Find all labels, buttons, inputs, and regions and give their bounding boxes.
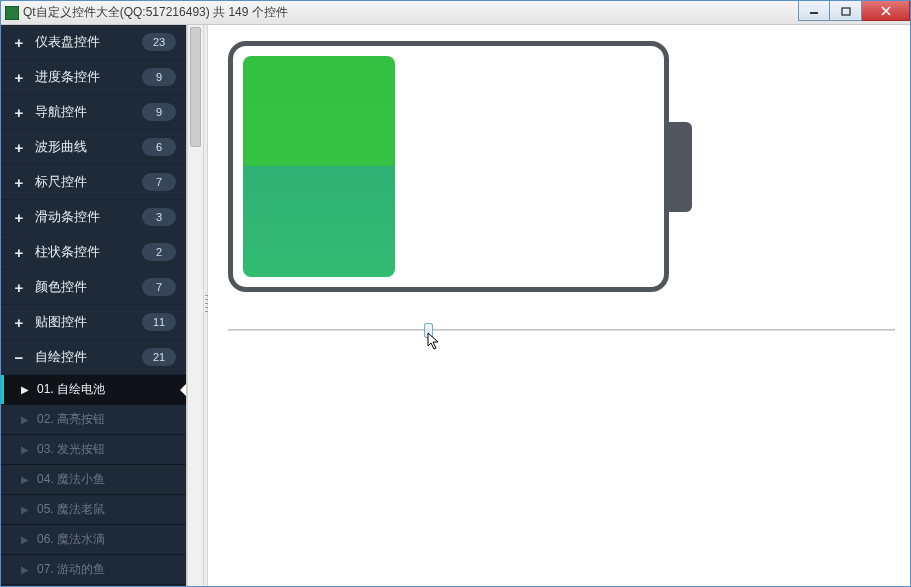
count-badge: 6: [142, 138, 176, 156]
battery-slider[interactable]: [228, 323, 895, 337]
caret-icon: ▶: [21, 504, 31, 515]
sidebar-cat-2[interactable]: +导航控件9: [1, 95, 186, 130]
sidebar-cat-3[interactable]: +波形曲线6: [1, 130, 186, 165]
expand-icon: +: [11, 244, 27, 261]
sidebar-cat-label: 滑动条控件: [35, 208, 142, 226]
battery-widget: [228, 41, 669, 292]
sidebar-cat-1[interactable]: +进度条控件9: [1, 60, 186, 95]
caret-icon: ▶: [21, 444, 31, 455]
svg-rect-1: [842, 8, 850, 15]
sidebar-item-label: 05. 魔法老鼠: [37, 501, 105, 518]
sidebar-cat-label: 进度条控件: [35, 68, 142, 86]
sidebar-cat-label: 贴图控件: [35, 313, 142, 331]
sidebar-item-6[interactable]: ▶07. 游动的鱼: [1, 555, 186, 585]
sidebar-cat-label: 标尺控件: [35, 173, 142, 191]
sidebar-item-label: 04. 魔法小鱼: [37, 471, 105, 488]
window-title: Qt自定义控件大全(QQ:517216493) 共 149 个控件: [23, 4, 288, 21]
collapse-icon: −: [11, 349, 27, 366]
battery-fill: [243, 56, 395, 277]
maximize-button[interactable]: [830, 1, 862, 21]
sidebar-cat-label: 柱状条控件: [35, 243, 142, 261]
count-badge: 7: [142, 278, 176, 296]
battery-body: [228, 41, 669, 292]
minimize-icon: [809, 6, 819, 16]
slider-thumb[interactable]: [424, 323, 433, 338]
battery-cap: [664, 122, 692, 212]
caret-icon: ▶: [21, 474, 31, 485]
sidebar-cat-9[interactable]: −自绘控件21: [1, 340, 186, 375]
caret-icon: ▶: [21, 534, 31, 545]
count-badge: 23: [142, 33, 176, 51]
sidebar-cat-6[interactable]: +柱状条控件2: [1, 235, 186, 270]
titlebar[interactable]: Qt自定义控件大全(QQ:517216493) 共 149 个控件: [1, 1, 910, 25]
sidebar-cat-label: 波形曲线: [35, 138, 142, 156]
caret-icon: ▶: [21, 564, 31, 575]
sidebar-scrollbar[interactable]: [187, 25, 203, 586]
expand-icon: +: [11, 34, 27, 51]
sidebar-cat-label: 仪表盘控件: [35, 33, 142, 51]
sidebar-item-3[interactable]: ▶04. 魔法小鱼: [1, 465, 186, 495]
sidebar-cat-label: 导航控件: [35, 103, 142, 121]
sidebar: +仪表盘控件23 +进度条控件9 +导航控件9 +波形曲线6 +标尺控件7 +滑…: [1, 25, 187, 586]
sidebar-cat-0[interactable]: +仪表盘控件23: [1, 25, 186, 60]
sidebar-item-2[interactable]: ▶03. 发光按钮: [1, 435, 186, 465]
sidebar-item-label: 02. 高亮按钮: [37, 411, 105, 428]
sidebar-item-5[interactable]: ▶06. 魔法水滴: [1, 525, 186, 555]
expand-icon: +: [11, 174, 27, 191]
expand-icon: +: [11, 69, 27, 86]
sidebar-item-label: 07. 游动的鱼: [37, 561, 105, 578]
sidebar-cat-label: 颜色控件: [35, 278, 142, 296]
app-icon: [5, 6, 19, 20]
sidebar-cat-4[interactable]: +标尺控件7: [1, 165, 186, 200]
slider-track: [228, 329, 895, 331]
minimize-button[interactable]: [798, 1, 830, 21]
client-area: +仪表盘控件23 +进度条控件9 +导航控件9 +波形曲线6 +标尺控件7 +滑…: [1, 25, 910, 586]
sidebar-item-4[interactable]: ▶05. 魔法老鼠: [1, 495, 186, 525]
count-badge: 9: [142, 103, 176, 121]
caret-icon: ▶: [21, 384, 31, 395]
sidebar-cat-label: 自绘控件: [35, 348, 142, 366]
sidebar-cat-5[interactable]: +滑动条控件3: [1, 200, 186, 235]
close-icon: [880, 6, 892, 16]
scrollbar-thumb[interactable]: [190, 27, 201, 147]
count-badge: 7: [142, 173, 176, 191]
sidebar-cat-8[interactable]: +贴图控件11: [1, 305, 186, 340]
expand-icon: +: [11, 104, 27, 121]
app-window: Qt自定义控件大全(QQ:517216493) 共 149 个控件 +仪表盘控件…: [0, 0, 911, 587]
expand-icon: +: [11, 314, 27, 331]
sidebar-item-label: 03. 发光按钮: [37, 441, 105, 458]
count-badge: 9: [142, 68, 176, 86]
count-badge: 11: [142, 313, 176, 331]
expand-icon: +: [11, 139, 27, 156]
content-pane: [208, 25, 910, 586]
close-button[interactable]: [862, 1, 910, 21]
sidebar-cat-7[interactable]: +颜色控件7: [1, 270, 186, 305]
caret-icon: ▶: [21, 414, 31, 425]
count-badge: 3: [142, 208, 176, 226]
count-badge: 21: [142, 348, 176, 366]
sidebar-item-label: 06. 魔法水滴: [37, 531, 105, 548]
sidebar-item-label: 01. 自绘电池: [37, 381, 105, 398]
window-controls: [798, 1, 910, 21]
count-badge: 2: [142, 243, 176, 261]
maximize-icon: [841, 6, 851, 16]
sidebar-item-1[interactable]: ▶02. 高亮按钮: [1, 405, 186, 435]
expand-icon: +: [11, 279, 27, 296]
expand-icon: +: [11, 209, 27, 226]
sidebar-item-0[interactable]: ▶01. 自绘电池: [1, 375, 186, 405]
